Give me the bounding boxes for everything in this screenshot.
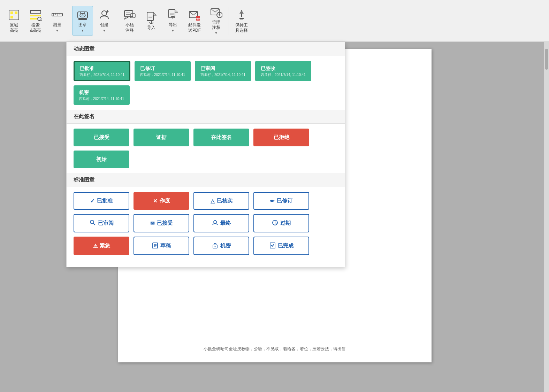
std-reviewed-button[interactable]: 已审阅	[74, 214, 129, 232]
stamp-rejected-sign[interactable]: 已拒绝	[253, 129, 309, 146]
std-verified-button[interactable]: △ 已核实	[193, 192, 249, 210]
keep-tool-button[interactable]: 保持工具选择	[231, 7, 252, 35]
std-draft-button[interactable]: 草稿	[134, 237, 189, 255]
create-label: 创建	[100, 22, 108, 27]
keep-tool-label: 保持工具选择	[235, 23, 248, 33]
std-completed-label: 已完成	[278, 243, 293, 249]
stamp-dropdown-panel: 动态图章 已批准 西瓜籽，2021/7/14, 11:10:41 已修订 西瓜籽…	[66, 42, 345, 267]
std-revised-icon: ✏	[270, 198, 275, 204]
measure-arrow: ▼	[56, 29, 59, 33]
std-void-icon: ✕	[153, 198, 158, 204]
svg-marker-28	[153, 12, 157, 15]
stamp-received-dynamic[interactable]: 已签收 西瓜籽，2021/7/14, 11:10:41	[255, 61, 311, 81]
std-verified-icon: △	[211, 198, 215, 204]
stamp-reviewed-dynamic[interactable]: 已审阅 西瓜籽，2021/7/14, 11:10:41	[195, 61, 251, 81]
create-button[interactable]: 创建 ▼	[94, 6, 115, 35]
stamp-revised-meta: 西瓜籽，2021/7/14, 11:10:41	[140, 72, 185, 77]
search-highlight-label: 搜索&高亮	[30, 23, 41, 33]
stamp-reviewed-meta: 西瓜籽，2021/7/14, 11:10:41	[200, 72, 245, 77]
standard-stamps-grid: ✓ 已批准 ✕ 作废 △ 已核实 ✏ 已修订 已审阅 ✉ 已接受	[67, 187, 345, 260]
std-expired-icon	[272, 220, 278, 227]
stamp-confidential-dynamic[interactable]: 机密 西瓜籽，2021/7/14, 11:10:41	[74, 85, 130, 105]
stamp-sign-here[interactable]: 在此签名	[193, 129, 249, 146]
email-pdf-icon: PDF	[188, 9, 201, 21]
std-void-button[interactable]: ✕ 作废	[134, 192, 189, 210]
manage-arrow: ▼	[215, 31, 218, 36]
export-button[interactable]: 导出 ▼	[162, 6, 183, 35]
measure-icon	[51, 8, 63, 21]
stamp-evidence-sign[interactable]: 证据	[134, 129, 189, 146]
stamp-approved-dynamic[interactable]: 已批准 西瓜籽，2021/7/14, 11:10:41	[74, 61, 130, 81]
create-icon	[98, 8, 110, 21]
stamp-received-meta: 西瓜籽，2021/7/14, 11:10:41	[261, 72, 306, 77]
import-icon	[145, 11, 158, 24]
sign-here-header: 在此签名	[67, 110, 345, 124]
svg-line-49	[93, 223, 95, 225]
stamp-received-title: 已签收	[261, 65, 306, 72]
svg-rect-1	[10, 11, 13, 14]
svg-line-53	[275, 223, 276, 224]
divider-2	[117, 7, 117, 35]
std-final-label: 最终	[220, 220, 231, 226]
std-urgent-icon: ⚠	[93, 243, 98, 249]
std-urgent-label: 紧急	[100, 243, 110, 249]
std-urgent-button[interactable]: ⚠ 紧急	[74, 237, 129, 255]
manage-button[interactable]: 管理注释 ▼	[206, 4, 227, 37]
std-void-label: 作废	[160, 198, 170, 204]
std-received-button[interactable]: ✉ 已接受	[134, 214, 189, 232]
doc-bottom-text: 小批全确昭句全址按教物，公语，不见取，若给各，若位，应若云法，请出售	[132, 343, 418, 352]
stamp-initial-sign[interactable]: 初始	[74, 151, 129, 168]
dynamic-stamps-header: 动态图章	[67, 42, 345, 56]
svg-rect-27	[147, 12, 153, 21]
measure-button[interactable]: 测量 ▼	[47, 6, 68, 35]
std-expired-button[interactable]: 过期	[253, 214, 309, 232]
scrollbar[interactable]	[544, 42, 549, 392]
std-reviewed-label: 已审阅	[98, 220, 114, 226]
stamp-label: 图章	[78, 22, 87, 27]
svg-marker-23	[124, 17, 128, 19]
std-revised-button[interactable]: ✏ 已修订	[253, 192, 309, 210]
manage-label: 管理注释	[212, 20, 220, 30]
stamp-approved-meta: 西瓜籽，2021/7/14, 11:10:41	[79, 72, 124, 77]
stamp-approved-title: 已批准	[79, 65, 124, 72]
region-highlight-button[interactable]: 区域高亮	[3, 7, 24, 35]
svg-marker-33	[175, 9, 178, 13]
stamp-icon: 印	[76, 8, 89, 21]
stamp-confidential-title: 机密	[79, 89, 124, 96]
dynamic-stamps-grid: 已批准 西瓜籽，2021/7/14, 11:10:41 已修订 西瓜籽，2021…	[67, 56, 345, 110]
std-draft-label: 草稿	[160, 243, 171, 249]
keep-tool-icon	[235, 9, 248, 21]
import-label: 导入	[147, 25, 155, 30]
svg-marker-45	[239, 10, 244, 14]
std-confidential-button[interactable]: 机密	[193, 237, 249, 255]
std-draft-icon	[152, 242, 158, 249]
comment-button[interactable]: 小结注释	[119, 7, 140, 35]
scrollbar-thumb[interactable]	[545, 49, 548, 70]
svg-point-50	[214, 221, 216, 223]
std-received-label: 已接受	[157, 220, 173, 226]
std-approved-button[interactable]: ✓ 已批准	[74, 192, 129, 210]
import-button[interactable]: 导入	[141, 9, 162, 32]
std-received-icon: ✉	[150, 220, 155, 226]
comment-label: 小结注释	[125, 23, 134, 33]
stamp-accepted-sign[interactable]: 已接受	[74, 129, 129, 146]
export-icon	[167, 8, 179, 21]
comment-icon	[123, 9, 136, 21]
std-final-button[interactable]: 最终	[193, 214, 249, 232]
svg-rect-3	[10, 16, 13, 18]
svg-rect-2	[15, 11, 17, 14]
std-final-icon	[212, 220, 218, 227]
std-completed-button[interactable]: 已完成	[253, 237, 309, 255]
std-approved-label: 已批准	[97, 198, 113, 204]
sign-here-grid: 已接受 证据 在此签名 已拒绝 初始	[67, 124, 345, 173]
search-highlight-button[interactable]: 搜索&高亮	[25, 7, 46, 35]
svg-line-8	[41, 20, 42, 21]
email-pdf-label: 邮件发送PDF	[188, 23, 201, 33]
svg-text:印: 印	[82, 14, 84, 17]
measure-label: 测量	[53, 22, 61, 27]
stamp-revised-dynamic[interactable]: 已修订 西瓜籽，2021/7/14, 11:10:41	[135, 61, 191, 81]
stamp-button[interactable]: 印 图章 ▼	[72, 6, 93, 35]
svg-rect-16	[78, 18, 87, 20]
email-pdf-button[interactable]: PDF 邮件发送PDF	[184, 7, 205, 35]
std-expired-label: 过期	[280, 220, 291, 226]
